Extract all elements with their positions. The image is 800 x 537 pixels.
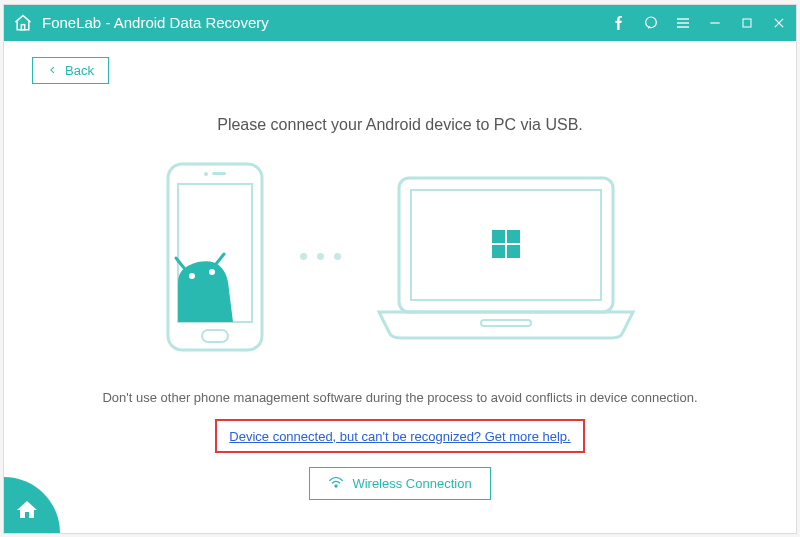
maximize-button[interactable] (738, 14, 756, 32)
svg-rect-18 (399, 178, 613, 312)
svg-point-11 (204, 172, 208, 176)
connection-dots-icon (300, 253, 341, 260)
svg-rect-23 (492, 245, 505, 258)
home-logo-icon (12, 12, 34, 34)
svg-rect-0 (21, 24, 24, 29)
titlebar-controls (610, 14, 788, 32)
svg-line-17 (216, 254, 224, 264)
svg-rect-12 (212, 172, 226, 175)
instruction-text: Please connect your Android device to PC… (32, 116, 768, 134)
facebook-icon[interactable] (610, 14, 628, 32)
svg-point-14 (189, 273, 195, 279)
content-area: Back Please connect your Android device … (4, 41, 796, 533)
laptop-illustration (371, 172, 641, 342)
svg-rect-22 (507, 230, 520, 243)
help-link[interactable]: Device connected, but can't be recognize… (229, 429, 570, 444)
titlebar: FoneLab - Android Data Recovery (4, 5, 796, 41)
svg-rect-21 (492, 230, 505, 243)
help-link-highlight: Device connected, but can't be recognize… (215, 419, 584, 453)
phone-illustration (160, 162, 270, 352)
wifi-icon (328, 475, 344, 492)
wireless-connection-button[interactable]: Wireless Connection (309, 467, 490, 500)
close-button[interactable] (770, 14, 788, 32)
wireless-button-label: Wireless Connection (352, 476, 471, 491)
menu-icon[interactable] (674, 14, 692, 32)
app-window: FoneLab - Android Data Recovery (3, 4, 797, 534)
home-icon (15, 498, 39, 522)
svg-point-15 (209, 269, 215, 275)
svg-point-25 (335, 485, 337, 487)
back-button[interactable]: Back (32, 57, 109, 84)
svg-rect-13 (202, 330, 228, 342)
svg-rect-19 (411, 190, 601, 300)
svg-point-1 (646, 17, 657, 28)
svg-rect-6 (743, 19, 751, 27)
connection-illustration (32, 162, 768, 352)
home-corner-button[interactable] (4, 477, 60, 533)
svg-rect-20 (481, 320, 531, 326)
svg-rect-24 (507, 245, 520, 258)
back-arrow-icon (47, 65, 59, 75)
feedback-icon[interactable] (642, 14, 660, 32)
app-title: FoneLab - Android Data Recovery (42, 14, 610, 31)
minimize-button[interactable] (706, 14, 724, 32)
back-button-label: Back (65, 63, 94, 78)
warning-text: Don't use other phone management softwar… (32, 390, 768, 405)
